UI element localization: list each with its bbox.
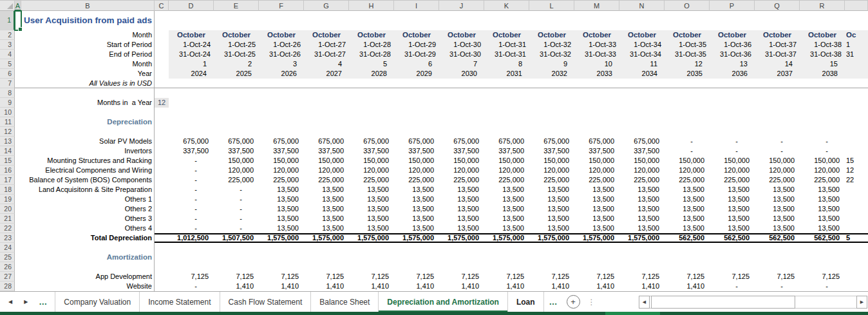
- cell[interactable]: 9: [529, 59, 574, 69]
- cell[interactable]: 31-Oct-32: [529, 50, 574, 59]
- row-label-cell[interactable]: Month: [21, 30, 155, 40]
- row-header-7[interactable]: 7: [0, 79, 15, 88]
- cell[interactable]: 150,000: [800, 156, 845, 166]
- cell[interactable]: [15, 88, 21, 98]
- cell[interactable]: 7,125: [755, 272, 800, 282]
- cell[interactable]: [15, 175, 21, 185]
- row-header-25[interactable]: 25: [0, 253, 15, 262]
- cell[interactable]: [155, 262, 169, 272]
- cell[interactable]: 675,000: [259, 137, 304, 146]
- cell[interactable]: 337,500: [349, 146, 394, 156]
- cell[interactable]: [15, 253, 21, 262]
- cell[interactable]: 2035: [665, 69, 710, 79]
- cell[interactable]: 150,000: [394, 156, 439, 166]
- cell[interactable]: 2029: [394, 69, 439, 79]
- cell[interactable]: 13,500: [394, 185, 439, 195]
- cell[interactable]: 13,500: [529, 224, 574, 233]
- cell[interactable]: 31-Oct-24: [169, 50, 214, 59]
- cell[interactable]: 7,125: [349, 272, 394, 282]
- cell[interactable]: 1-Oct-28: [349, 40, 394, 50]
- cell[interactable]: 1,410: [665, 282, 710, 291]
- cell[interactable]: [15, 137, 21, 146]
- row-header-15[interactable]: 15: [0, 156, 15, 166]
- cell[interactable]: 150,000: [529, 156, 574, 166]
- cell[interactable]: -: [214, 204, 259, 214]
- cell[interactable]: 13,500: [304, 185, 349, 195]
- cell[interactable]: 31-Oct-35: [665, 50, 710, 59]
- row-label-cell[interactable]: All Values is in USD: [21, 79, 155, 88]
- cell[interactable]: 13,500: [394, 224, 439, 233]
- cell[interactable]: [155, 185, 169, 195]
- row-label-cell[interactable]: [21, 108, 155, 117]
- cell[interactable]: [155, 175, 169, 185]
- column-header-E[interactable]: E: [214, 1, 259, 11]
- row-label-cell[interactable]: Others 1: [21, 195, 155, 204]
- row-label-cell[interactable]: [21, 88, 155, 98]
- cell[interactable]: 13,500: [574, 204, 619, 214]
- cell[interactable]: 13,500: [484, 185, 529, 195]
- cell[interactable]: [15, 98, 21, 108]
- cell[interactable]: 1-Oct-27: [304, 40, 349, 50]
- cell[interactable]: 31-Oct-38: [800, 50, 845, 59]
- cell[interactable]: 13,500: [710, 214, 755, 224]
- cell[interactable]: 13,500: [259, 224, 304, 233]
- row-label-cell[interactable]: Total Depreciation: [21, 233, 155, 243]
- cell[interactable]: 15: [800, 59, 845, 69]
- cell[interactable]: 225,000: [259, 175, 304, 185]
- row-label-cell[interactable]: End of Period: [21, 50, 155, 59]
- cell[interactable]: 13,500: [484, 195, 529, 204]
- cell[interactable]: 7,125: [484, 272, 529, 282]
- sheet-tab-company-valuation[interactable]: Company Valuation: [55, 292, 140, 312]
- cell[interactable]: 13,500: [710, 204, 755, 214]
- cell[interactable]: 675,000: [169, 137, 214, 146]
- cell[interactable]: 13,500: [574, 185, 619, 195]
- cell[interactable]: 225,000: [394, 175, 439, 185]
- column-header-N[interactable]: N: [619, 1, 665, 11]
- cell[interactable]: 31-Oct-31: [484, 50, 529, 59]
- cell[interactable]: 13,500: [755, 185, 800, 195]
- cell[interactable]: 13,500: [619, 214, 665, 224]
- cell[interactable]: [15, 204, 21, 214]
- row-header-19[interactable]: 19: [0, 195, 15, 204]
- cell[interactable]: 2037: [755, 69, 800, 79]
- row-label-cell[interactable]: Balance of System (BOS) Components: [21, 175, 155, 185]
- column-header-B[interactable]: B: [21, 1, 155, 11]
- cell[interactable]: [15, 156, 21, 166]
- cell[interactable]: 337,500: [484, 146, 529, 156]
- row-label-cell[interactable]: Others 2: [21, 204, 155, 214]
- cell[interactable]: [15, 69, 21, 79]
- cell[interactable]: 1-Oct-26: [259, 40, 304, 50]
- cell[interactable]: [155, 59, 169, 69]
- row-header-13[interactable]: 13: [0, 137, 15, 146]
- cell[interactable]: 7,125: [665, 272, 710, 282]
- cell[interactable]: 2032: [529, 69, 574, 79]
- cell[interactable]: -: [169, 195, 214, 204]
- row-header-20[interactable]: 20: [0, 204, 15, 214]
- cell[interactable]: [155, 50, 169, 59]
- cell[interactable]: October: [800, 30, 845, 40]
- cell[interactable]: [15, 40, 21, 50]
- cell[interactable]: -: [214, 214, 259, 224]
- more-sheets-left-icon[interactable]: …: [33, 297, 52, 307]
- cell[interactable]: 13,500: [529, 195, 574, 204]
- cell[interactable]: 13,500: [755, 224, 800, 233]
- cell[interactable]: 31-Oct-28: [349, 50, 394, 59]
- cell[interactable]: [15, 214, 21, 224]
- cell[interactable]: 13,500: [755, 195, 800, 204]
- cell[interactable]: 14: [755, 59, 800, 69]
- cell[interactable]: 675,000: [574, 137, 619, 146]
- cell[interactable]: 13,500: [529, 204, 574, 214]
- cell[interactable]: 225,000: [665, 175, 710, 185]
- row-label-cell[interactable]: Mounting Structures and Racking: [21, 156, 155, 166]
- cell[interactable]: 1,012,500: [169, 233, 214, 243]
- cell[interactable]: 1: [169, 59, 214, 69]
- cell[interactable]: 120,000: [800, 166, 845, 175]
- cell[interactable]: [155, 30, 169, 40]
- cell[interactable]: [15, 79, 21, 88]
- row-header-6[interactable]: 6: [0, 69, 15, 79]
- cell[interactable]: 13,500: [710, 195, 755, 204]
- row-label-cell[interactable]: Amortization: [21, 253, 155, 262]
- cell[interactable]: 120,000: [349, 166, 394, 175]
- cell[interactable]: 13,500: [800, 195, 845, 204]
- cell[interactable]: 13,500: [665, 214, 710, 224]
